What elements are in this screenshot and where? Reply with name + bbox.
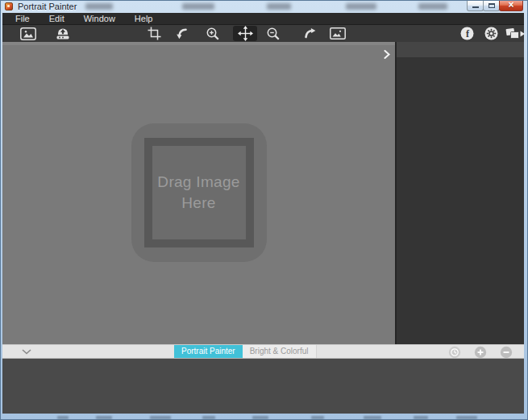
redacted-blob: [418, 3, 447, 10]
tab-portrait-painter[interactable]: Portrait Painter: [174, 345, 243, 358]
move-icon: [238, 26, 253, 41]
menu-window[interactable]: Window: [74, 13, 125, 25]
redo-button[interactable]: [297, 25, 321, 42]
chevron-right-icon: [384, 50, 390, 59]
window-title: Portrait Painter: [18, 2, 77, 11]
menubar: File Edit Window Help: [2, 13, 524, 25]
redacted-blob: [85, 3, 113, 10]
gear-icon: [484, 27, 498, 40]
redacted-blob: [311, 416, 324, 419]
dropzone-frame: Drag Image Here: [144, 138, 254, 247]
import-image-button[interactable]: [51, 25, 75, 42]
import-image-icon: [55, 27, 71, 40]
reset-icon: [448, 346, 461, 359]
redacted-blob: [267, 3, 291, 10]
redacted-blob: [456, 416, 477, 419]
fit-image-button[interactable]: [326, 25, 350, 42]
window-controls: [468, 1, 523, 11]
tab-bright-colorful[interactable]: Bright & Colorful: [243, 345, 317, 358]
minus-icon: [500, 346, 513, 359]
redacted-blob: [96, 416, 112, 419]
menu-file[interactable]: File: [6, 13, 39, 25]
crop-tool-button[interactable]: [142, 25, 166, 42]
minimize-button[interactable]: [467, 1, 484, 11]
app-icon: [5, 2, 13, 10]
collapse-presets-button[interactable]: [17, 345, 36, 358]
presets-panel-collapsed: [2, 359, 524, 414]
panel-expand-button[interactable]: [381, 48, 393, 60]
open-image-icon: [20, 27, 36, 40]
undo-icon: [175, 27, 189, 40]
preset-tabs: Portrait Painter Bright & Colorful: [174, 345, 317, 358]
redacted-blob: [57, 416, 69, 419]
facebook-button[interactable]: f: [455, 25, 479, 42]
redacted-blob: [202, 416, 215, 419]
zoom-in-icon: [206, 27, 220, 41]
titlebar: Portrait Painter: [1, 1, 527, 13]
dropzone-label: Drag Image Here: [152, 172, 246, 213]
right-panel: [397, 42, 524, 344]
menu-edit[interactable]: Edit: [39, 13, 74, 25]
presets-bar: Portrait Painter Bright & Colorful: [2, 344, 524, 359]
right-panel-body: [397, 57, 524, 344]
right-panel-header: [397, 42, 524, 57]
fit-image-icon: [330, 27, 346, 40]
minimize-icon: [472, 6, 479, 8]
reset-preset-button[interactable]: [448, 346, 461, 359]
zoom-out-button[interactable]: [261, 25, 285, 42]
menu-help[interactable]: Help: [125, 13, 163, 25]
add-preset-button[interactable]: [474, 346, 487, 359]
redacted-blob: [182, 3, 214, 10]
maximize-icon: [489, 3, 495, 8]
redacted-blob: [346, 3, 376, 10]
open-image-button[interactable]: [16, 25, 40, 42]
window-body: File Edit Window Help: [2, 13, 524, 414]
close-button[interactable]: [499, 1, 523, 11]
remove-preset-button[interactable]: [500, 346, 513, 359]
toolbar: f: [2, 25, 524, 42]
content-area: Drag Image Here: [2, 42, 524, 344]
move-tool-button[interactable]: [233, 26, 257, 41]
redacted-blob: [414, 416, 428, 419]
redacted-blob: [252, 416, 268, 419]
zoom-out-icon: [266, 27, 281, 41]
redo-icon: [302, 27, 316, 40]
preset-actions: [448, 346, 513, 359]
undo-button[interactable]: [169, 25, 193, 42]
zoom-in-button[interactable]: [201, 25, 225, 42]
image-dropzone[interactable]: Drag Image Here: [131, 123, 267, 262]
maximize-button[interactable]: [483, 1, 500, 11]
crop-icon: [148, 27, 161, 40]
canvas: Drag Image Here: [2, 42, 395, 344]
settings-button[interactable]: [479, 25, 503, 42]
share-gallery-button[interactable]: [502, 25, 528, 42]
redacted-blob: [150, 416, 171, 419]
facebook-icon: f: [460, 27, 474, 40]
redacted-blob: [364, 416, 381, 419]
plus-icon: [474, 346, 487, 359]
share-gallery-icon: [505, 27, 526, 40]
app-window: Portrait Painter File Edit Window Help: [0, 0, 528, 420]
chevron-down-icon: [22, 349, 31, 355]
